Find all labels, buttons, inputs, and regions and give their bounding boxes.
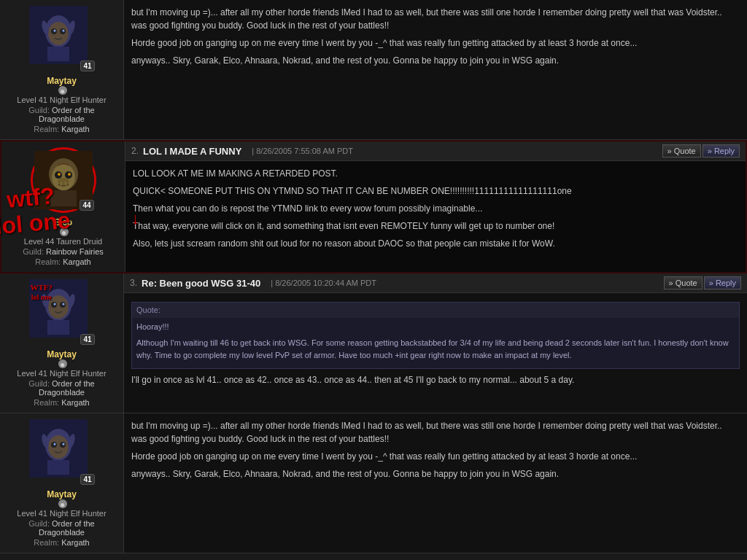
post-body: but I'm moving up =)... after all my oth… — [124, 0, 747, 139]
post-content-4: but I'm moving up =)... after all my oth… — [124, 413, 747, 553]
avatar-wrapper-3: WTF?lol one 41 — [29, 279, 95, 345]
svg-point-35 — [62, 443, 64, 446]
svg-rect-28 — [47, 320, 69, 335]
post-actions: Quote Reply — [662, 144, 740, 158]
user-guild-3: Guild: Order of the Dragonblade — [6, 379, 117, 397]
reply-button[interactable]: Reply — [703, 144, 740, 158]
post-body-4: but I'm moving up =)... after all my oth… — [124, 413, 747, 553]
user-class-4: Level 41 Night Elf Hunter — [17, 509, 106, 518]
svg-point-15 — [58, 173, 61, 176]
post-content-elco: 2. LOL I MADE A FUNNY | 8/26/2005 7:55:0… — [125, 141, 746, 272]
post-row-3: WTF?lol one 41 Maytay ● Level 41 Night E… — [0, 273, 747, 413]
post-row-elco: 44 Elco ● Level 44 Tauren Druid Guild: R… — [0, 140, 747, 273]
user-class-elco: Level 44 Tauren Druid — [24, 237, 102, 246]
user-status-icon-elco: ● — [60, 228, 69, 236]
user-guild: Guild: Order of the Dragonblade — [6, 106, 117, 123]
level-badge: 41 — [80, 61, 94, 71]
post-text: anyways.. Skry, Garak, Elco, Ahnaara, No… — [131, 54, 740, 67]
svg-point-34 — [53, 443, 55, 446]
post-date-3: | 8/26/2005 10:20:44 AM PDT — [271, 279, 376, 287]
post-body-3: Quote: Hooray!!! Although I'm waiting ti… — [124, 293, 747, 413]
user-guild-elco: Guild: Rainbow Fairies — [23, 247, 104, 256]
post-header-3: 3. Re: Been good WSG 31-40 | 8/26/2005 1… — [124, 273, 747, 293]
svg-point-25 — [62, 303, 64, 306]
svg-rect-38 — [47, 460, 69, 475]
username: Maytay — [47, 76, 77, 86]
svg-point-31 — [48, 435, 69, 459]
svg-rect-9 — [47, 47, 69, 61]
user-panel-elco: 44 Elco ● Level 44 Tauren Druid Guild: R… — [1, 141, 125, 272]
svg-point-24 — [53, 303, 55, 306]
post-text: Then what you can do is repost the YTMND… — [133, 202, 738, 215]
level-badge-elco: 44 — [80, 200, 93, 211]
post-text: That way, everyone will click on it, and… — [133, 219, 738, 233]
avatar-wrapper-4: 41 — [29, 419, 95, 485]
user-panel-4: 41 Maytay ● Level 41 Night Elf Hunter Gu… — [0, 413, 124, 553]
post-title: LOL I MADE A FUNNY — [143, 146, 241, 157]
post-text: Horde good job on ganging up on me every… — [131, 450, 740, 463]
post-header-elco: 2. LOL I MADE A FUNNY | 8/26/2005 7:55:0… — [125, 141, 746, 161]
quote-text: Although I'm waiting till 46 to get back… — [136, 337, 735, 361]
post-actions-3: Quote Reply — [664, 276, 741, 289]
post-text: QUICK< SOMEONE PUT THIS ON YTMND SO THAT… — [133, 184, 738, 198]
post-date: | 8/26/2005 7:55:08 AM PDT — [252, 147, 353, 155]
user-class: Level 41 Night Elf Hunter — [17, 96, 106, 104]
user-status-icon-3: ● — [58, 359, 67, 368]
user-realm-3: Realm: Kargath — [34, 398, 89, 407]
forum-container: 41 Maytay ● Level 41 Night Elf Hunter Gu… — [0, 0, 747, 553]
post-number-title: 2. LOL I MADE A FUNNY | 8/26/2005 7:55:0… — [131, 146, 353, 157]
post-num-3: 3. — [130, 278, 137, 288]
quote-block: Quote: Hooray!!! Although I'm waiting ti… — [131, 302, 740, 369]
svg-point-2 — [48, 22, 69, 45]
user-status-icon: ● — [58, 86, 67, 95]
svg-point-16 — [68, 173, 71, 176]
svg-point-6 — [62, 30, 64, 32]
username-elco: Elco — [54, 217, 72, 228]
post-num: 2. — [131, 146, 139, 156]
username-3: Maytay — [47, 349, 77, 359]
post-body-elco: LOL LOOK AT ME IM MAKING A RETARDED POST… — [125, 161, 746, 272]
avatar-image-4 — [29, 419, 88, 478]
svg-point-17 — [58, 178, 69, 185]
user-realm-4: Realm: Kargath — [34, 538, 89, 547]
reply-button-3[interactable]: Reply — [704, 276, 741, 289]
quote-header: Quote: — [132, 303, 739, 318]
post-content-3: 3. Re: Been good WSG 31-40 | 8/26/2005 1… — [124, 273, 747, 413]
post-text: Horde good job on ganging up on me every… — [131, 36, 740, 50]
post-row-4: 41 Maytay ● Level 41 Night Elf Hunter Gu… — [0, 413, 747, 553]
user-realm-elco: Realm: Kargath — [35, 257, 90, 266]
level-badge-4: 41 — [80, 474, 94, 485]
avatar-wrapper: 41 — [29, 6, 95, 71]
post-text: Also, lets just scream random shit out l… — [133, 237, 738, 250]
quote-body: Hooray!!! Although I'm waiting till 46 t… — [132, 318, 739, 369]
post-text: but I'm moving up =)... after all my oth… — [131, 6, 740, 32]
avatar-image-3: WTF?lol one — [29, 279, 88, 338]
svg-rect-18 — [50, 190, 77, 206]
post-text: but I'm moving up =)... after all my oth… — [131, 419, 740, 446]
quote-button-3[interactable]: Quote — [664, 276, 703, 289]
user-status-icon-4: ● — [58, 499, 67, 508]
quote-button[interactable]: Quote — [662, 144, 701, 158]
post-text: anyways.. Skry, Garak, Elco, Ahnaara, No… — [131, 467, 740, 481]
svg-point-21 — [48, 295, 69, 319]
post-title-3: Re: Been good WSG 31-40 — [142, 278, 260, 289]
post-text: I'll go in once as lvl 41.. once as 42..… — [131, 373, 740, 386]
avatar-image — [29, 6, 88, 64]
level-badge-3: 41 — [80, 334, 94, 345]
avatar-wrapper-elco: 44 — [31, 147, 96, 213]
post-number-title-3: 3. Re: Been good WSG 31-40 | 8/26/2005 1… — [130, 278, 376, 289]
user-panel-3: WTF?lol one 41 Maytay ● Level 41 Night E… — [0, 273, 124, 413]
user-guild-4: Guild: Order of the Dragonblade — [6, 519, 117, 537]
svg-point-5 — [53, 30, 55, 32]
username-4: Maytay — [47, 489, 77, 499]
post-row: 41 Maytay ● Level 41 Night Elf Hunter Gu… — [0, 0, 747, 140]
quote-text: Hooray!!! — [136, 321, 735, 333]
post-text: LOL LOOK AT ME IM MAKING A RETARDED POST… — [133, 167, 738, 180]
user-class-3: Level 41 Night Elf Hunter — [17, 369, 106, 378]
user-realm: Realm: Kargath — [34, 125, 89, 133]
post-content: but I'm moving up =)... after all my oth… — [124, 0, 747, 139]
user-panel: 41 Maytay ● Level 41 Night Elf Hunter Gu… — [0, 0, 124, 139]
